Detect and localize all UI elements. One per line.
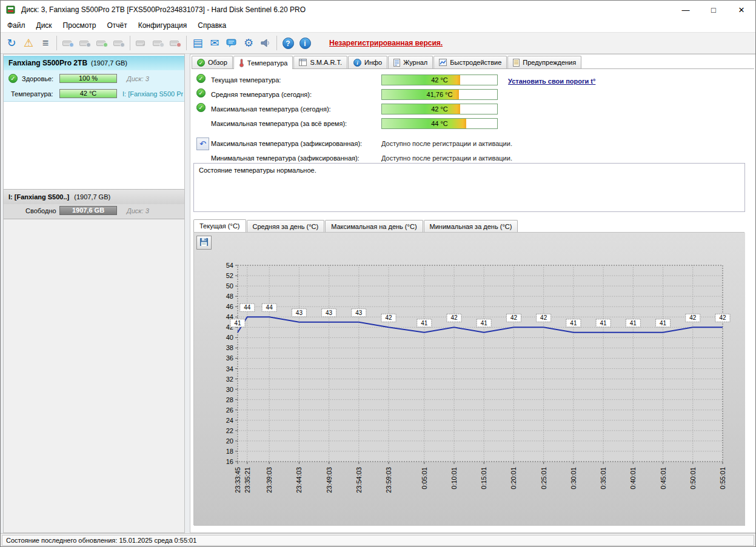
ok-icon: ✓	[196, 103, 206, 112]
svg-text:24: 24	[226, 417, 233, 424]
save-chart-button[interactable]	[196, 236, 212, 250]
svg-text:54: 54	[226, 262, 233, 269]
help-icon[interactable]: ?	[279, 35, 296, 51]
disk-move-icon[interactable]	[150, 35, 167, 51]
svg-text:0:30:01: 0:30:01	[570, 467, 577, 489]
performance-chart-icon	[439, 59, 447, 66]
health-bar: 100 %	[59, 74, 117, 83]
temp-gauge-value: 44 °C	[382, 120, 497, 127]
free-space-label: Свободно	[25, 207, 56, 214]
minimize-button[interactable]: —	[672, 1, 700, 19]
svg-text:40: 40	[226, 334, 233, 341]
menu-item-0[interactable]: Файл	[2, 19, 31, 31]
free-space-value: 1907,6 GB	[72, 207, 104, 214]
svg-text:38: 38	[226, 344, 233, 351]
menu-item-4[interactable]: Конфигурация	[133, 19, 193, 31]
info-icon[interactable]: i	[296, 35, 313, 51]
svg-text:0:50:01: 0:50:01	[689, 467, 697, 489]
svg-text:44: 44	[266, 304, 273, 311]
svg-text:52: 52	[226, 272, 233, 279]
chart-tab-daily-max[interactable]: Максимальная на день (°C)	[325, 220, 423, 232]
refresh-icon[interactable]: ↻	[3, 35, 20, 51]
disk-copy-icon[interactable]	[133, 35, 150, 51]
close-button[interactable]: ✕	[728, 1, 755, 19]
menu-item-2[interactable]: Просмотр	[58, 19, 102, 31]
svg-text:32: 32	[226, 376, 233, 383]
alerts-icon[interactable]: ⚠	[20, 35, 37, 51]
gear-icon[interactable]: ⚙	[240, 35, 257, 51]
tab-log[interactable]: Журнал	[388, 56, 433, 68]
chart-panel: 1618202224262830323436384042444648505254…	[193, 232, 744, 525]
svg-text:42: 42	[510, 314, 518, 321]
details-icon[interactable]: ≡	[37, 35, 54, 51]
svg-text:48: 48	[226, 293, 233, 300]
toolbar-buttons: ↻⚠≡▤✉⚙?i	[3, 35, 313, 51]
status-bar: Состояние последнего обновления: 15.01.2…	[1, 533, 755, 546]
temp-row-label: Средняя температура (сегодня):	[211, 91, 312, 98]
tab-label: Быстродействие	[450, 59, 501, 66]
svg-text:23:39:03: 23:39:03	[266, 467, 273, 493]
disk-ok-icon[interactable]	[93, 35, 110, 51]
svg-text:0:20:01: 0:20:01	[510, 467, 517, 489]
main-tabbar: ✓ОбзорТемператураS.M.A.R.T.iИнфоЖурналБы…	[192, 56, 754, 69]
svg-text:43: 43	[326, 310, 333, 316]
partition-header: I: [Fanxiang S500..] (1907,7 GB)	[4, 190, 184, 204]
svg-text:16: 16	[226, 458, 233, 465]
volume-reference: I: [Fanxiang S500 Pr	[122, 90, 183, 98]
temp-row-value: Доступно после регистрации и активации.	[381, 140, 512, 147]
temp-row-label: Текущая температура:	[211, 76, 281, 84]
temperature-chart: 1618202224262830323436384042444648505254…	[194, 233, 745, 526]
partition-card[interactable]: I: [Fanxiang S500..] (1907,7 GB) Свободн…	[4, 189, 184, 219]
journal-icon	[393, 59, 400, 67]
temp-row-label: Минимальная температура (зафиксированная…	[211, 154, 360, 162]
sound-icon[interactable]	[257, 35, 274, 51]
menu-item-3[interactable]: Отчёт	[101, 19, 132, 31]
tab-smart[interactable]: S.M.A.R.T.	[293, 56, 347, 68]
tab-overview[interactable]: ✓Обзор	[192, 56, 233, 68]
tab-label: Обзор	[208, 59, 227, 66]
temp-row-value: Доступно после регистрации и активации.	[381, 154, 512, 162]
unregistered-version-link[interactable]: Незарегистрированная версия.	[329, 39, 443, 47]
svg-text:23:35:21: 23:35:21	[244, 467, 251, 493]
tab-performance[interactable]: Быстродействие	[433, 56, 507, 68]
disk-tools-icon[interactable]	[167, 35, 184, 51]
menu-item-5[interactable]: Справка	[192, 19, 232, 31]
svg-text:0:05:01: 0:05:01	[421, 467, 428, 489]
svg-text:23:59:03: 23:59:03	[385, 467, 392, 493]
partition-disk-number: Диск: 3	[127, 207, 149, 214]
chart-tab-daily-min[interactable]: Минимальная за день (°C)	[424, 220, 518, 232]
temp-gauge-value: 41,76 °C	[382, 91, 497, 98]
svg-text:41: 41	[630, 320, 637, 327]
chart-tab-label: Минимальная за день (°C)	[430, 223, 512, 230]
temperature-note: Состояние температуры нормальное.	[199, 167, 316, 174]
free-space-bar: 1907,6 GB	[59, 206, 117, 215]
chart-tab-daily-avg[interactable]: Средняя за день (°C)	[247, 220, 325, 232]
toolbar-separator	[56, 36, 57, 50]
report-icon[interactable]: ▤	[189, 35, 206, 51]
disk-summary-card[interactable]: Fanxiang S500Pro 2TB (1907,7 GB) ✓ Здоро…	[4, 56, 184, 102]
menu-item-1[interactable]: Диск	[31, 19, 58, 31]
disk-number: Диск: 3	[127, 75, 149, 82]
tab-alerts[interactable]: Предупреждения	[507, 56, 581, 68]
disk-clock-icon[interactable]	[76, 35, 93, 51]
tab-info[interactable]: iИнфо	[348, 56, 387, 68]
temp-gauge-value: 42 °C	[382, 76, 497, 84]
tab-temperature[interactable]: Температура	[233, 56, 293, 69]
reset-recorded-button[interactable]: ↶	[196, 138, 209, 150]
disk-name: Fanxiang S500Pro 2TB	[8, 59, 87, 67]
titlebar: Диск: 3, Fanxiang S500Pro 2TB [FXS500Pro…	[1, 1, 755, 19]
chart-tab-label: Средняя за день (°C)	[253, 223, 319, 230]
svg-text:41: 41	[421, 320, 428, 327]
maximize-button[interactable]: □	[700, 1, 728, 19]
disk-search-icon[interactable]	[110, 35, 127, 51]
app-logo-icon	[6, 5, 16, 15]
window-title: Диск: 3, Fanxiang S500Pro 2TB [FXS500Pro…	[21, 5, 306, 14]
disk-undo-icon[interactable]	[59, 35, 76, 51]
temp-row-3: Максимальная температура (за всё время):…	[190, 118, 755, 131]
mail-icon[interactable]: ✉	[206, 35, 223, 51]
chat-icon[interactable]	[223, 35, 240, 51]
temp-row-label: Максимальная температура (сегодня):	[211, 105, 331, 113]
svg-text:41: 41	[660, 320, 667, 327]
chart-tab-current[interactable]: Текущая (°C)	[193, 219, 246, 232]
info-circle-icon: i	[353, 59, 361, 67]
